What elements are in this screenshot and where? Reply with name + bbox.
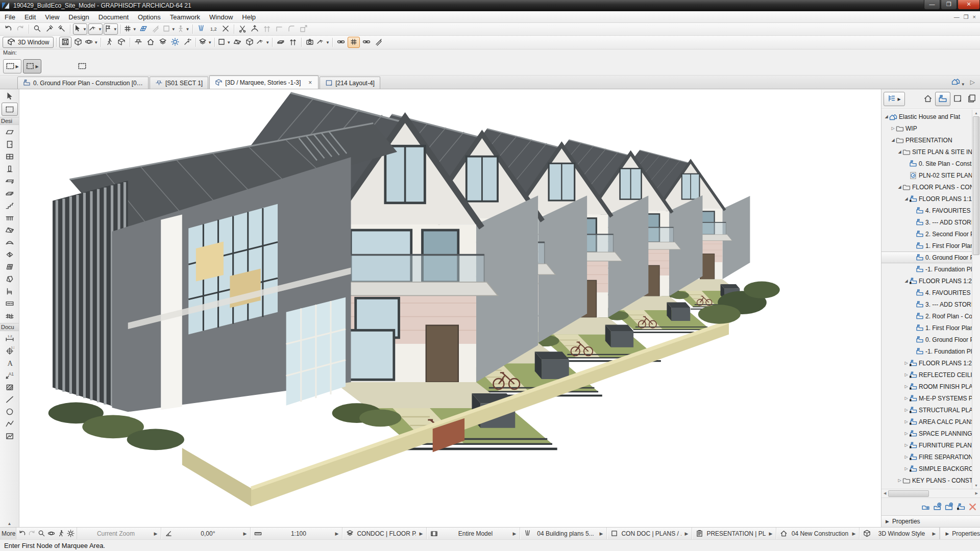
pick-up-parameters-button[interactable]	[44, 24, 55, 34]
tree-expander-open[interactable]: ◢	[897, 185, 902, 189]
polyline-tool[interactable]	[2, 418, 17, 430]
tree-item[interactable]: -1. Foundation Plan	[881, 345, 972, 357]
menu-file[interactable]: File	[0, 12, 20, 22]
filter-elements-button[interactable]	[157, 37, 168, 47]
line-tool[interactable]	[2, 393, 17, 406]
ghost-person-dropdown-arrow[interactable]: ▼	[186, 27, 190, 32]
trace-switch-button[interactable]	[244, 37, 255, 47]
fillet-button[interactable]	[286, 24, 297, 34]
trace-more-dropdown-arrow[interactable]: ▼	[265, 40, 270, 45]
tree-item[interactable]: ◢SITE PLAN & SITE INFO -	[881, 146, 972, 158]
doc-close-button[interactable]: ×	[973, 14, 976, 20]
trace-reference-button[interactable]	[232, 37, 243, 47]
marquee-bold-dropdown-arrow[interactable]: ▶	[35, 64, 38, 69]
skewed-grid-button[interactable]	[138, 24, 149, 34]
tree-item[interactable]: ▷ROOM FINISH PLANS	[881, 381, 972, 392]
tree-expander-open[interactable]: ◢	[897, 149, 902, 154]
save-current-view-button[interactable]	[933, 503, 942, 511]
explore-button[interactable]	[67, 530, 75, 537]
favorites-tool-dropdown-arrow[interactable]: ▼	[113, 27, 117, 32]
marquee-thin-dropdown-arrow[interactable]: ▶	[15, 64, 18, 69]
status-popup-arrow[interactable]: ▶	[932, 531, 936, 536]
morph-tool[interactable]	[2, 273, 17, 285]
railing-tool[interactable]	[2, 212, 17, 224]
fill-tool[interactable]	[2, 381, 17, 393]
status-popup-arrow[interactable]: ▶	[852, 531, 855, 536]
camera-button[interactable]	[304, 37, 315, 47]
adjust-button[interactable]	[249, 24, 260, 34]
menu-teamwork[interactable]: Teamwork	[165, 12, 205, 22]
status-popup-arrow[interactable]: ▶	[154, 531, 157, 536]
delete-button[interactable]	[968, 503, 977, 511]
3d-document-button[interactable]	[275, 37, 286, 47]
status-popup-arrow[interactable]: ▶	[243, 531, 247, 536]
status-entire-model[interactable]: Entire Model▶	[427, 528, 520, 539]
explore-model-button[interactable]	[116, 37, 127, 47]
resize-button[interactable]	[298, 24, 309, 34]
tree-expander-closed[interactable]: ▷	[903, 396, 909, 400]
tree-item[interactable]: 3. --- ADD STORIES	[881, 216, 972, 228]
tree-expander-closed[interactable]: ▷	[903, 419, 909, 424]
project-chooser-button[interactable]: ▶	[884, 92, 905, 106]
status-presentation-pla-[interactable]: PRESENTATION | PLA...▶	[692, 528, 776, 539]
inject-parameters-button[interactable]	[56, 24, 67, 34]
arrow-tool[interactable]	[2, 90, 17, 103]
tree-expander-open[interactable]: ◢	[884, 114, 889, 119]
tree-vertical-scrollbar[interactable]: ▲▼	[972, 110, 980, 489]
favorites-tool-button[interactable]: ▼	[104, 23, 118, 35]
object-tool[interactable]	[2, 285, 17, 297]
camera-options-dropdown-arrow[interactable]: ▼	[326, 40, 330, 45]
status-popup-arrow[interactable]: ▶	[599, 531, 603, 536]
status-current-zoom[interactable]: Current Zoom▶	[77, 528, 161, 539]
zoom-forward-button[interactable]	[28, 530, 36, 537]
tree-item[interactable]: 2. Second Floor Pla	[881, 228, 972, 240]
drawing-check-button[interactable]	[373, 37, 384, 47]
properties-footer[interactable]: ▶Properties	[940, 528, 980, 539]
tree-expander-closed[interactable]: ▷	[903, 372, 909, 377]
tree-item[interactable]: ▷FLOOR PLANS 1:20 (F	[881, 357, 972, 369]
offset-tool-button[interactable]: ▼	[88, 23, 103, 35]
menu-document[interactable]: Document	[94, 12, 133, 22]
menu-window[interactable]: Window	[205, 12, 237, 22]
frame-button[interactable]: ▼	[162, 24, 176, 34]
tree-expander-closed[interactable]: ▷	[903, 455, 909, 459]
tree-expander-closed[interactable]: ▷	[903, 384, 909, 389]
tree-expander-closed[interactable]: ▷	[903, 431, 909, 436]
tree-item[interactable]: ▷M-E-P SYSTEMS PLAN:	[881, 392, 972, 404]
tree-item[interactable]: ◢PRESENTATION	[881, 134, 972, 146]
view-settings-button[interactable]	[921, 503, 930, 511]
status-popup-arrow[interactable]: ▶	[419, 531, 423, 536]
tree-item[interactable]: 0. Ground Floor Pla	[881, 252, 972, 263]
orbit-dropdown-arrow[interactable]: ▼	[94, 40, 98, 45]
offset-tool-dropdown-arrow[interactable]: ▼	[98, 27, 102, 32]
tree-item[interactable]: 2. Roof Plan - Cons	[881, 310, 972, 322]
tab-2[interactable]: [3D / Marquee, Stories -1-3]×	[209, 76, 318, 89]
tree-item[interactable]: 0. Ground Floor Pla	[881, 334, 972, 345]
find-select-button[interactable]	[32, 24, 43, 34]
tree-item[interactable]: ▷SIMPLE BACKGROUNI	[881, 463, 972, 474]
marquee-link-button[interactable]	[348, 37, 360, 48]
tree-item[interactable]: 4. FAVOURITES	[881, 205, 972, 216]
status-1-100[interactable]: 1:100▶	[251, 528, 342, 539]
marquee-thin-button[interactable]: ▶	[3, 59, 21, 73]
tree-item[interactable]: ▷REFLECTED CEILING /	[881, 369, 972, 381]
publisher-sets-tab[interactable]	[965, 92, 979, 105]
ghost-person-button[interactable]: ▼	[177, 24, 190, 34]
tree-item[interactable]: ▷AREA CALC PLANS - 1	[881, 416, 972, 428]
status-popup-arrow[interactable]: ▶	[684, 531, 688, 536]
sun-settings-button[interactable]	[169, 37, 181, 47]
virtual-trace-button[interactable]: ▼	[217, 37, 231, 47]
status-04-building-plans-5-[interactable]: 04 Building plans 5...▶	[520, 528, 607, 539]
window-tool[interactable]	[2, 151, 17, 163]
curtain-wall-tool[interactable]	[2, 261, 17, 273]
text-tool[interactable]: A	[2, 357, 17, 369]
tab-1[interactable]: [S01 SECT 1]	[150, 77, 208, 89]
tab-overflow-button[interactable]: ▷	[970, 79, 975, 86]
tree-expander-closed[interactable]: ▷	[897, 478, 902, 483]
tab-tree-popup-button[interactable]: ▼	[951, 77, 965, 87]
tree-item[interactable]: ◢FLOOR PLANS - CONSTI	[881, 181, 972, 193]
zoom-in-button[interactable]	[38, 530, 45, 537]
tree-horizontal-scrollbar[interactable]: ◀▶	[881, 489, 980, 497]
column-tool[interactable]	[2, 163, 17, 175]
arrow-tool-dropdown-arrow[interactable]: ▼	[83, 27, 87, 32]
